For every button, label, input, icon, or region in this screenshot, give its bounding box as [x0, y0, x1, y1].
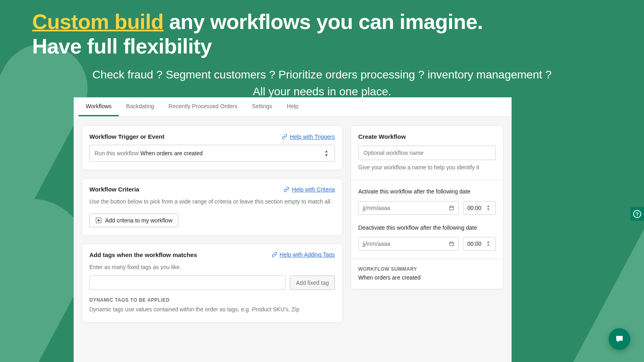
criteria-title: Workflow Criteria — [89, 186, 139, 193]
link-icon — [284, 187, 289, 192]
activate-time-input[interactable]: 00:00 — [463, 201, 496, 215]
question-icon: ? — [633, 210, 641, 218]
app-window: Workflows Backdating Recently Processed … — [74, 97, 512, 362]
headline-accent: Custom build — [32, 10, 163, 33]
headline-title: Custom build any workflows you can imagi… — [32, 10, 612, 59]
add-icon — [95, 217, 102, 224]
deactivate-time-input[interactable]: 00:00 — [463, 237, 496, 251]
main-column: Workflow Trigger or Event Help with Trig… — [82, 125, 343, 323]
side-column: Create Workflow Give your workflow a nam… — [351, 125, 504, 289]
marketing-headline: Custom build any workflows you can imagi… — [0, 0, 644, 100]
link-icon — [272, 252, 277, 257]
trigger-title: Workflow Trigger or Event — [89, 133, 164, 140]
dynamic-tags-description: Dynamic tags use values contained within… — [89, 305, 335, 314]
fixed-tag-input[interactable] — [89, 276, 286, 290]
add-fixed-tag-button[interactable]: Add fixed tag — [290, 276, 335, 290]
deactivate-label: Deactivate this workflow after the follo… — [358, 224, 496, 232]
tags-title: Add tags when the workflow matches — [89, 251, 197, 258]
tags-description: Enter as many fixed tags as you like. — [89, 263, 335, 272]
tab-backdating[interactable]: Backdating — [119, 97, 161, 116]
calendar-icon — [449, 241, 454, 247]
create-workflow-card: Create Workflow Give your workflow a nam… — [351, 125, 504, 289]
tab-bar: Workflows Backdating Recently Processed … — [74, 97, 512, 117]
chat-fab[interactable] — [609, 328, 630, 350]
tab-help[interactable]: Help — [279, 97, 305, 116]
chevron-updown-icon — [323, 149, 330, 157]
activate-date-input[interactable]: jj/mm/aaaa — [358, 201, 459, 215]
help-criteria-link[interactable]: Help with Criteria — [284, 186, 335, 193]
tab-settings[interactable]: Settings — [245, 97, 280, 116]
svg-rect-1 — [450, 206, 454, 210]
dynamic-tags-heading: DYNAMIC TAGS TO BE APPLIED — [89, 297, 335, 303]
summary-line: When orders are created — [358, 274, 496, 281]
headline-subtitle: Check fraud ? Segment customers ? Priori… — [32, 66, 612, 100]
help-triggers-link[interactable]: Help with Triggers — [282, 134, 335, 140]
decorative-ribbon — [533, 119, 644, 362]
create-workflow-title: Create Workflow — [358, 133, 496, 140]
tab-workflows[interactable]: Workflows — [78, 97, 119, 116]
content-area: Workflow Trigger or Event Help with Trig… — [74, 117, 512, 331]
chevron-updown-icon — [485, 241, 491, 247]
chat-icon — [615, 334, 624, 344]
svg-rect-2 — [450, 242, 454, 246]
criteria-card: Workflow Criteria Help with Criteria Use… — [82, 178, 343, 236]
workflow-name-note: Give your workflow a name to help you id… — [358, 163, 496, 172]
workflow-name-input[interactable] — [358, 146, 496, 160]
calendar-icon — [449, 205, 454, 211]
add-criteria-button[interactable]: Add criteria to my workflow — [89, 214, 178, 227]
tags-card: Add tags when the workflow matches Help … — [82, 244, 343, 323]
chevron-updown-icon — [485, 205, 491, 211]
activate-label: Activate this workflow after the followi… — [358, 187, 496, 196]
summary-heading: WORKFLOW SUMMARY — [358, 266, 496, 272]
help-tags-link[interactable]: Help with Adding Tags — [272, 251, 335, 258]
help-side-button[interactable]: ? — [630, 207, 644, 221]
tab-recently-processed[interactable]: Recently Processed Orders — [161, 97, 245, 116]
trigger-card: Workflow Trigger or Event Help with Trig… — [82, 125, 343, 170]
link-icon — [282, 134, 287, 140]
deactivate-date-input[interactable]: jj/mm/aaaa — [358, 237, 459, 251]
criteria-description: Use the button below to pick from a wide… — [89, 197, 335, 206]
trigger-select[interactable]: Run this workflow When orders are create… — [89, 145, 335, 162]
